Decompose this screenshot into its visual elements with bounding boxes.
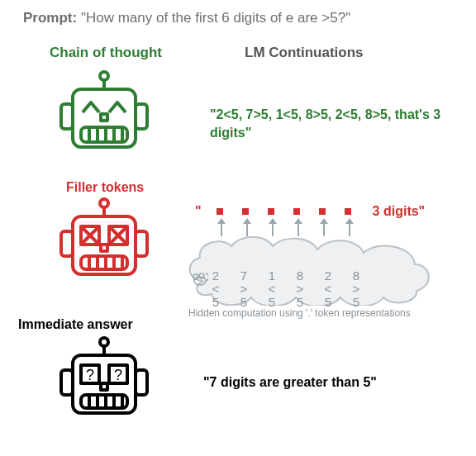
- filler-dot-icon: [217, 208, 223, 215]
- cloud-digit: 8: [353, 269, 359, 283]
- cloud-op: <: [212, 283, 220, 296]
- cloud-col: 2 < 5: [317, 269, 339, 308]
- filler-dot-icon: [242, 208, 249, 215]
- filler-dot-icon: [293, 208, 300, 215]
- cloud-digit: 2: [325, 269, 331, 283]
- cloud-col: 2 < 5: [205, 269, 226, 308]
- cloud-compare: 5: [297, 296, 303, 309]
- cloud-col: 8 > 5: [345, 269, 367, 308]
- svg-rect-42: [101, 383, 107, 390]
- cloud-compare: 5: [212, 296, 219, 309]
- svg-point-33: [100, 338, 108, 346]
- cot-continuation-text: "2<5, 7>5, 1<5, 8>5, 2<5, 8>5, that's 3 …: [210, 106, 458, 141]
- robot-immediate-answer-icon: ? ?: [55, 334, 154, 433]
- cloud-digit: 7: [240, 269, 247, 283]
- cloud-columns: 2 < 5 7 > 5 1 < 5 8 > 5 2 < 5: [205, 269, 387, 308]
- prompt-label: Prompt:: [23, 10, 77, 26]
- filler-tokens-block: " 3 digits" 2: [187, 202, 464, 317]
- filler-dot-icon: [319, 208, 326, 215]
- cloud-compare: 5: [240, 296, 247, 309]
- cloud-compare: 5: [325, 296, 331, 309]
- cloud-col: 8 > 5: [289, 269, 311, 308]
- robot-chain-of-thought-icon: [55, 68, 154, 167]
- immediate-continuation-text: "7 digits are greater than 5": [203, 375, 377, 390]
- prompt-row: Prompt: "How many of the first 6 digits …: [23, 10, 350, 26]
- svg-text:?: ?: [114, 367, 122, 383]
- svg-rect-23: [101, 245, 107, 251]
- cloud-col: 7 > 5: [233, 269, 255, 308]
- cloud-caption: Hidden computation using '.' token repre…: [188, 307, 411, 319]
- filler-open-quote: ": [195, 204, 202, 219]
- svg-point-32: [199, 273, 204, 278]
- filler-dot-icon: [268, 208, 274, 215]
- svg-rect-5: [101, 114, 107, 121]
- svg-point-0: [100, 72, 108, 80]
- svg-rect-36: [61, 370, 73, 395]
- cloud-compare: 5: [353, 296, 359, 309]
- section-label-immediate-answer: Immediate answer: [18, 317, 133, 332]
- prompt-text: "How many of the first 6 digits of e are…: [81, 10, 350, 26]
- cloud-op: >: [353, 283, 360, 296]
- hidden-computation-cloud-icon: 2 < 5 7 > 5 1 < 5 8 > 5 2 < 5: [180, 231, 440, 306]
- svg-text:?: ?: [86, 367, 94, 383]
- filler-dot-icon: [345, 208, 351, 215]
- column-header-chain-of-thought: Chain of thought: [50, 45, 162, 61]
- svg-rect-37: [136, 370, 147, 395]
- svg-rect-16: [136, 231, 147, 256]
- section-label-filler-tokens: Filler tokens: [66, 180, 144, 195]
- cloud-op: >: [240, 283, 248, 296]
- svg-rect-3: [61, 104, 73, 129]
- svg-rect-15: [61, 231, 73, 256]
- cloud-digit: 8: [297, 269, 303, 283]
- cloud-op: >: [297, 283, 304, 296]
- svg-point-12: [100, 199, 108, 207]
- cloud-col: 1 < 5: [261, 269, 283, 308]
- filler-dots-row: [217, 208, 351, 215]
- cloud-op: <: [325, 283, 332, 296]
- svg-rect-4: [136, 104, 147, 129]
- cloud-compare: 5: [269, 296, 275, 309]
- cloud-digit: 1: [269, 269, 275, 283]
- robot-filler-tokens-icon: [55, 195, 154, 294]
- column-header-lm-continuations: LM Continuations: [245, 45, 364, 61]
- cloud-op: <: [269, 283, 276, 296]
- filler-answer-text: 3 digits": [373, 204, 426, 219]
- cloud-digit: 2: [212, 269, 219, 283]
